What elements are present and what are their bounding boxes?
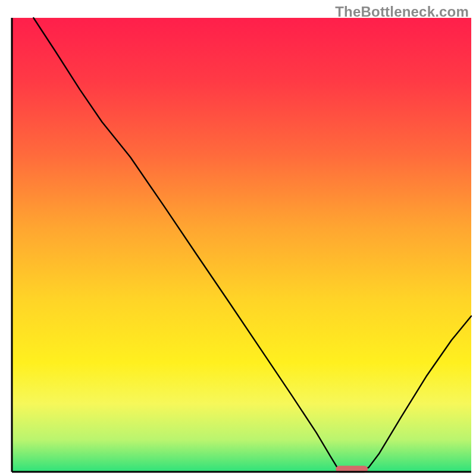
plot-background: [12, 18, 471, 472]
chart-stage: TheBottleneck.com: [0, 0, 476, 476]
bottleneck-chart: [0, 0, 476, 476]
watermark-label: TheBottleneck.com: [335, 4, 469, 20]
